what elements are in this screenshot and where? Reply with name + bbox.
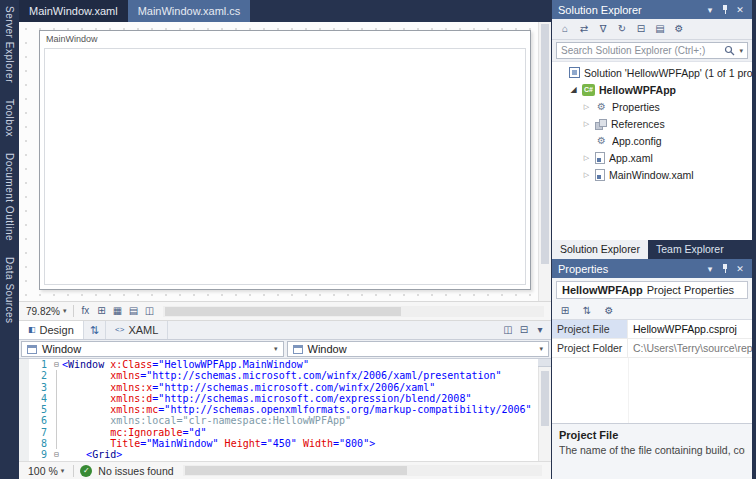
code-line-7[interactable]: 7 mc:Ignorable="d" (19, 427, 551, 438)
show-all-files-icon[interactable]: ▤ (653, 21, 667, 37)
swap-panes-button[interactable]: ⇅ (84, 321, 106, 339)
close-icon[interactable]: ✕ (734, 2, 746, 18)
scrollbar-thumb[interactable] (165, 307, 401, 316)
property-row-project-folder[interactable]: Project FolderC:\Users\Terry\source\rep (552, 339, 752, 358)
element-dropdown-right-value: Window (308, 343, 347, 355)
tree-item-references[interactable]: ▷References (552, 115, 752, 132)
chevron-down-icon[interactable]: ▾ (739, 47, 743, 55)
side-tab-document-outline[interactable]: Document Outline (4, 153, 15, 241)
line-number: 7 (29, 427, 51, 438)
window-position-icon[interactable]: ▾ (704, 2, 716, 18)
expand-arrow-icon[interactable]: ▷ (582, 120, 591, 128)
code-line-5[interactable]: 5 xmlns:mc="http://schemas.openxmlformat… (19, 404, 551, 415)
doc-tab-mainwindow-xaml[interactable]: MainWindow.xaml (19, 0, 128, 22)
xaml-designer-surface[interactable]: MainWindow (19, 22, 551, 302)
scrollbar-thumb[interactable] (541, 24, 549, 264)
collapse-pane-icon[interactable]: ▾ (533, 322, 547, 338)
line-number: 2 (29, 370, 51, 381)
side-tab-server-explorer[interactable]: Server Explorer (4, 6, 15, 83)
code-line-8[interactable]: 8 Title="MainWindow" Height="450" Width=… (19, 438, 551, 449)
code-line-6[interactable]: 6 xmlns:local="clr-namespace:HellowWPFAp… (19, 415, 551, 426)
code-line-2[interactable]: 2 xmlns="http://schemas.microsoft.com/wi… (19, 370, 551, 381)
tree-item-label: App.xaml (609, 152, 653, 164)
fold-box-icon[interactable]: ⊟ (51, 449, 62, 460)
design-preview-window[interactable]: MainWindow (39, 30, 531, 290)
editor-zoom-dropdown[interactable]: 100 % ▾ (25, 465, 67, 477)
editor-vertical-scrollbar[interactable] (538, 367, 551, 461)
property-name[interactable]: Project File (552, 320, 628, 338)
pin-icon[interactable] (719, 4, 731, 15)
properties-icon[interactable]: ⚙ (672, 21, 686, 37)
side-tab-data-sources[interactable]: Data Sources (4, 257, 15, 324)
doc-tab-mainwindow-xaml-cs[interactable]: MainWindow.xaml.cs (128, 0, 251, 22)
alphabetical-icon[interactable]: ⇅ (580, 303, 594, 319)
toggle-artboard-background-icon[interactable]: ◫ (142, 303, 156, 319)
collapse-arrow-icon[interactable]: ◢ (569, 85, 578, 94)
refresh-icon[interactable]: ↻ (615, 21, 629, 37)
xaml-tab[interactable]: <> XAML (106, 321, 168, 339)
editor-splitter-handle[interactable] (538, 359, 551, 367)
snap-to-grid-icon[interactable]: ▦ (110, 303, 124, 319)
scrollbar-thumb[interactable] (541, 371, 549, 426)
horizontal-split-icon[interactable]: ⊟ (517, 322, 531, 338)
close-icon[interactable]: ✕ (734, 261, 746, 277)
property-value[interactable]: C:\Users\Terry\source\rep (628, 339, 752, 357)
property-row-project-file[interactable]: Project FileHellowWPFApp.csproj (552, 320, 752, 339)
design-tab[interactable]: ◧ Design (19, 321, 84, 339)
references-icon (595, 119, 607, 129)
pin-icon[interactable] (719, 263, 731, 274)
home-icon[interactable]: ⌂ (558, 21, 572, 37)
search-box[interactable]: ▾ (556, 42, 748, 59)
property-name[interactable]: Project Folder (552, 339, 628, 357)
designer-zoom-value: 79.82% (26, 306, 60, 317)
effects-fx-icon[interactable]: fx (78, 303, 92, 319)
element-dropdown-right[interactable]: Window ▾ (287, 341, 550, 357)
search-icon[interactable] (724, 45, 735, 56)
code-line-3[interactable]: 3 xmlns:x="http://schemas.microsoft.com/… (19, 382, 551, 393)
scrollbar-thumb[interactable] (185, 466, 408, 475)
tree-item-hellowwpfapp[interactable]: ◢C#HellowWPFApp (552, 81, 752, 98)
vertical-split-icon[interactable]: ◫ (501, 322, 515, 338)
tab-solution-explorer[interactable]: Solution Explorer (552, 240, 648, 259)
tree-item-app-config[interactable]: ⚙App.config (552, 132, 752, 149)
expand-arrow-icon[interactable]: ▷ (582, 154, 591, 162)
fold-box-icon[interactable]: ⊟ (51, 359, 62, 370)
properties-object-selector[interactable]: HellowWPFApp Project Properties (556, 281, 748, 299)
editor-horizontal-scrollbar[interactable] (183, 465, 542, 476)
separator (73, 305, 74, 317)
switch-views-icon[interactable]: ⇄ (577, 21, 591, 37)
designer-zoom-dropdown[interactable]: 79.82% ▾ (23, 306, 69, 317)
tree-item-app-xaml[interactable]: ▷App.xaml (552, 149, 752, 166)
show-snaplines-icon[interactable]: ▤ (126, 303, 140, 319)
designer-xaml-splitter-bar: ◧ Design ⇅ <> XAML ◫⊟▾ (19, 321, 551, 340)
property-value[interactable]: HellowWPFApp.csproj (628, 320, 752, 338)
titlebar-buttons: ▾✕ (704, 261, 746, 277)
element-dropdown-left[interactable]: Window ▾ (21, 341, 284, 357)
categorized-icon[interactable]: ⊞ (558, 303, 572, 319)
xaml-editor[interactable]: 1⊟<Window x:Class="HellowWPFApp.MainWind… (19, 359, 551, 461)
expand-arrow-icon[interactable]: ▷ (582, 171, 591, 179)
collapse-all-icon[interactable]: ⊟ (634, 21, 648, 37)
code-line-9[interactable]: 9⊟ <Grid> (19, 449, 551, 460)
designer-horizontal-scrollbar[interactable] (163, 306, 544, 317)
tree-item-properties[interactable]: ▷⚙Properties (552, 98, 752, 115)
search-input[interactable] (561, 45, 720, 56)
tree-item-solution-hellowwpfapp-1-of-1-project[interactable]: Solution 'HellowWPFApp' (1 of 1 project) (552, 64, 752, 81)
code-line-1[interactable]: 1⊟<Window x:Class="HellowWPFApp.MainWind… (19, 359, 551, 370)
titlebar-buttons: ▾✕ (704, 2, 746, 18)
separator (73, 465, 74, 477)
tab-team-explorer[interactable]: Team Explorer (648, 240, 732, 259)
fold-guide (51, 370, 62, 381)
designer-vertical-scrollbar[interactable] (538, 22, 551, 301)
code-line-4[interactable]: 4 xmlns:d="http://schemas.microsoft.com/… (19, 393, 551, 404)
tree-item-mainwindow-xaml[interactable]: ▷MainWindow.xaml (552, 166, 752, 183)
filter-pending-changes-icon[interactable]: ∇ (596, 21, 610, 37)
code-text: Title="MainWindow" Height="450" Width="8… (62, 438, 551, 449)
expand-arrow-icon[interactable]: ▷ (582, 103, 591, 111)
property-pages-icon[interactable]: ⚙ (602, 303, 616, 319)
window-position-icon[interactable]: ▾ (704, 261, 716, 277)
side-tab-toolbox[interactable]: Toolbox (4, 99, 15, 137)
show-grid-icon[interactable]: ⊞ (94, 303, 108, 319)
preview-client-area[interactable] (44, 48, 526, 285)
designer-toolbar-icons: fx⊞▦▤◫ (78, 303, 156, 319)
